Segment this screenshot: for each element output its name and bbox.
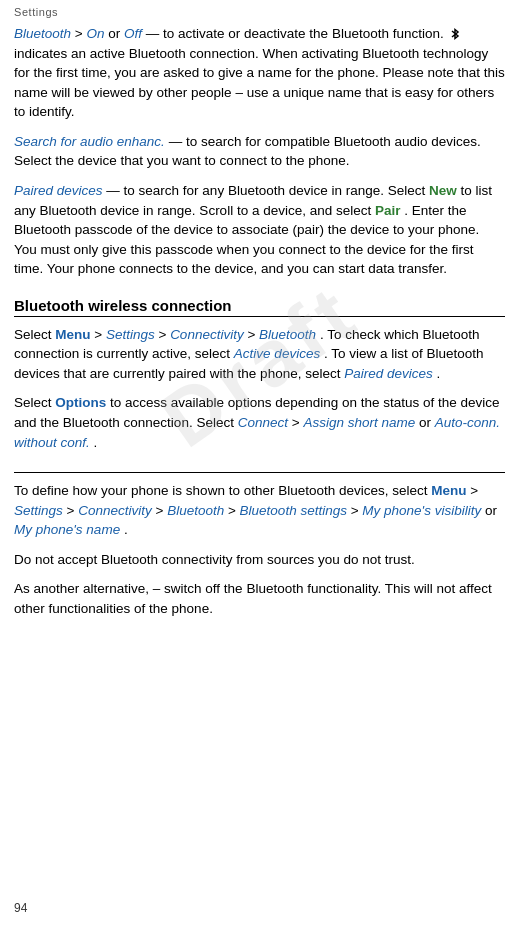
search-audio-link: Search for audio enhanc. — [14, 134, 165, 149]
off-link: Off — [124, 26, 142, 41]
menu-link-1: Menu — [55, 327, 90, 342]
w1-text-3: > — [158, 327, 170, 342]
my-phone-name-link: My phone's name — [14, 522, 120, 537]
bs1-text-6: > — [351, 503, 363, 518]
assign-short-name-link: Assign short name — [303, 415, 415, 430]
options-link: Options — [55, 395, 106, 410]
bluetooth-link-3: Bluetooth — [167, 503, 224, 518]
bluetooth-icon — [448, 27, 462, 41]
paired-devices-link-2: Paired devices — [344, 366, 433, 381]
connectivity-link-2: Connectivity — [78, 503, 152, 518]
bs1-text-8: . — [124, 522, 128, 537]
bt-settings-para3: As another alternative, – switch off the… — [14, 579, 505, 618]
settings-link-1: Settings — [106, 327, 155, 342]
bt-settings-para1: To define how your phone is shown to oth… — [14, 481, 505, 540]
search-audio-paragraph: Search for audio enhanc. — to search for… — [14, 132, 505, 171]
text-1: > — [75, 26, 87, 41]
w2-text-4: or — [419, 415, 435, 430]
wireless-para1: Select Menu > Settings > Connectivity > … — [14, 325, 505, 384]
bs1-text-5: > — [228, 503, 240, 518]
pair-label: Pair — [375, 203, 401, 218]
active-devices-link: Active devices — [234, 346, 320, 361]
menu-link-2: Menu — [431, 483, 466, 498]
bluetooth-link-2: Bluetooth — [259, 327, 316, 342]
bluetooth-link-1: Bluetooth — [14, 26, 71, 41]
w1-text-1: Select — [14, 327, 55, 342]
connect-link: Connect — [238, 415, 288, 430]
w1-text-7: . — [437, 366, 441, 381]
w1-text-4: > — [247, 327, 259, 342]
intro-paragraph: Bluetooth > On or Off — to activate or d… — [14, 24, 505, 122]
text-2: or — [108, 26, 124, 41]
bluetooth-settings-heading — [14, 470, 505, 473]
bs1-text-1: To define how your phone is shown to oth… — [14, 483, 431, 498]
settings-link-2: Settings — [14, 503, 63, 518]
wireless-para2: Select Options to access available optio… — [14, 393, 505, 452]
paired-devices-link: Paired devices — [14, 183, 103, 198]
connectivity-link-1: Connectivity — [170, 327, 244, 342]
bluetooth-settings-link: Bluetooth settings — [240, 503, 347, 518]
bt-settings-para2: Do not accept Bluetooth connectivity fro… — [14, 550, 505, 570]
w1-text-2: > — [94, 327, 106, 342]
my-phone-visibility-link: My phone's visibility — [362, 503, 481, 518]
w2-text-5: . — [94, 435, 98, 450]
w2-text-1: Select — [14, 395, 55, 410]
wireless-connection-heading: Bluetooth wireless connection — [14, 297, 505, 317]
bs1-text-7: or — [485, 503, 497, 518]
new-label: New — [429, 183, 457, 198]
on-link: On — [86, 26, 104, 41]
main-content: Bluetooth > On or Off — to activate or d… — [0, 20, 519, 643]
bs1-text-2: > — [470, 483, 478, 498]
text-4: indicates an active Bluetooth connection… — [14, 46, 505, 120]
w2-text-3: > — [292, 415, 304, 430]
bs1-text-3: > — [67, 503, 79, 518]
page-header: Settings — [0, 0, 519, 20]
text-3: — to activate or deactivate the Bluetoot… — [146, 26, 448, 41]
paired-devices-paragraph: Paired devices — to search for any Bluet… — [14, 181, 505, 279]
page-number: 94 — [14, 901, 27, 915]
bs1-text-4: > — [156, 503, 168, 518]
paired-text-1: — to search for any Bluetooth device in … — [106, 183, 429, 198]
